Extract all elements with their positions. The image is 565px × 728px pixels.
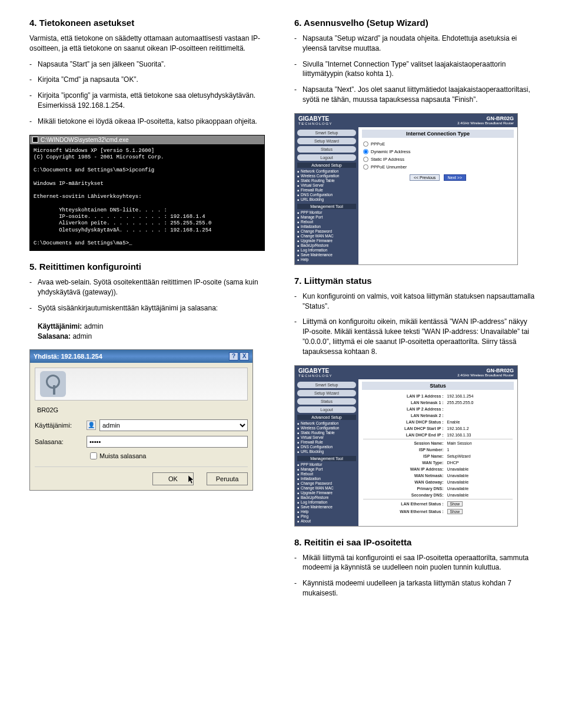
sidebar-status[interactable]: Status xyxy=(297,146,356,153)
cmd-body: Microsoft Windows XP [versio 5.1.2600] (… xyxy=(30,144,264,251)
sidebar-item[interactable]: Change WAN MAC xyxy=(297,234,356,239)
sidebar-item[interactable]: Help xyxy=(297,257,356,262)
password-label: Salasana: xyxy=(35,438,83,445)
status-table: LAN IP 1 Address :192.168.1.254 LAN Netm… xyxy=(362,392,514,516)
next-button[interactable]: Next >> xyxy=(444,174,467,181)
sidebar-logout[interactable]: Logout xyxy=(297,406,356,413)
sidebar-item[interactable]: Upgrade Firmware xyxy=(297,491,356,495)
table-row: LAN IP 2 Address : xyxy=(363,406,513,412)
sidebar-item[interactable]: About xyxy=(297,519,356,524)
sidebar-item[interactable]: BackUp/Restore xyxy=(297,495,356,500)
sidebar-item[interactable]: Log Information xyxy=(297,248,356,253)
list-item: Avaa web-selain. Syötä osoitekenttään re… xyxy=(29,277,271,297)
section7-title: 7. Liittymän status xyxy=(294,276,536,286)
sidebar-smart-setup[interactable]: Smart Setup xyxy=(297,382,356,388)
section8-list: Mikäli liittymä tai konfigurointi ei saa… xyxy=(294,553,536,598)
router-brand: GIGABYTE xyxy=(298,115,332,122)
sidebar-status[interactable]: Status xyxy=(297,398,356,405)
router-model: GN-BR02G xyxy=(457,115,514,121)
list-item: Syötä sisäänkirjautumiskenttään käyttäjä… xyxy=(29,303,271,313)
sidebar-item[interactable]: Manage Port xyxy=(297,215,356,220)
sidebar-item[interactable]: Reboot xyxy=(297,220,356,224)
sidebar-smart-setup[interactable]: Smart Setup xyxy=(297,130,356,136)
sidebar-item[interactable]: Virtual Server xyxy=(297,435,356,440)
sidebar-item[interactable]: Ping xyxy=(297,514,356,519)
sidebar-item[interactable]: DNS Configuration xyxy=(297,445,356,449)
sidebar-item[interactable]: Static Routing Table xyxy=(297,431,356,435)
cred-user-label: Käyttäjänimi: xyxy=(38,322,82,330)
radio-dynamic-ip[interactable] xyxy=(363,149,368,154)
prev-button[interactable]: << Previous xyxy=(410,174,440,181)
sidebar-adv-title: Advanced Setup xyxy=(297,163,356,168)
table-row: LAN DHCP Start IP :192.168.1.2 xyxy=(363,426,513,431)
sidebar-logout[interactable]: Logout xyxy=(297,154,356,161)
table-row: Session Name:Main Session xyxy=(363,439,513,446)
sidebar-item[interactable]: Virtual Server xyxy=(297,183,356,188)
sidebar-item[interactable]: PPP Monitor xyxy=(297,462,356,467)
sidebar-item[interactable]: Network Configuration xyxy=(297,421,356,426)
sidebar-item[interactable]: Initialization xyxy=(297,476,356,481)
sidebar-item[interactable]: Manage Port xyxy=(297,467,356,472)
sidebar-item[interactable]: Wireless Configuration xyxy=(297,174,356,178)
sidebar-item[interactable]: Initialization xyxy=(297,224,356,229)
sidebar-item[interactable]: DNS Configuration xyxy=(297,193,356,197)
section6-list: Napsauta ”Setup wizard” ja noudata ohjei… xyxy=(294,34,536,105)
remember-checkbox[interactable] xyxy=(90,452,97,459)
show-button[interactable]: Show xyxy=(447,501,463,507)
list-item: Käynnistä modeemi uudelleen ja tarkasta … xyxy=(294,578,536,598)
sidebar-item[interactable]: Network Configuration xyxy=(297,169,356,174)
sidebar-item[interactable]: BackUp/Restore xyxy=(297,243,356,248)
radio-pppoe-unnumber[interactable] xyxy=(363,164,368,170)
sidebar-item[interactable]: URL Blocking xyxy=(297,197,356,202)
table-row: LAN DHCP Status :Enable xyxy=(363,419,513,425)
table-row: LAN DHCP End IP :192.168.1.33 xyxy=(363,432,513,438)
table-row: LAN Netmask 2 : xyxy=(363,413,513,418)
sidebar-item[interactable]: Static Routing Table xyxy=(297,178,356,183)
router-sidebar: Smart Setup Setup Wizard Status Logout A… xyxy=(295,379,358,526)
list-item: Sivulla ”Internet Connection Type” valit… xyxy=(294,59,536,80)
sidebar-item[interactable]: PPP Monitor xyxy=(297,210,356,215)
cmd-titlebar: C:\WINDOWS\system32\cmd.exe xyxy=(30,135,264,144)
radio-static-ip[interactable] xyxy=(363,157,368,162)
sidebar-item[interactable]: Reboot xyxy=(297,472,356,476)
sidebar-item[interactable]: Log Information xyxy=(297,500,356,505)
sidebar-item[interactable]: Firewall Rule xyxy=(297,440,356,445)
help-button[interactable]: ? xyxy=(229,352,238,360)
list-item: Kirjoita ”Cmd” ja napsauta ”OK”. xyxy=(29,75,271,85)
router-brand-sub: T E C H N O L O G Y xyxy=(298,122,332,125)
list-item: Kirjoita ”ipconfig” ja varmista, että ti… xyxy=(29,91,271,111)
router-model-sub: 2.4GHz Wireless Broadband Router xyxy=(457,373,514,377)
sidebar-item[interactable]: Help xyxy=(297,509,356,514)
username-label: Käyttäjänimi: xyxy=(35,422,83,429)
list-item: Napsauta ”Setup wizard” ja noudata ohjei… xyxy=(294,34,536,54)
panel-title: Internet Connection Type xyxy=(362,130,514,138)
login-realm: BR02G xyxy=(35,406,248,413)
sidebar-item[interactable]: Change Password xyxy=(297,229,356,234)
sidebar-item[interactable]: Change Password xyxy=(297,481,356,486)
section4-list: Napsauta ”Start” ja sen jälkeen ”Suorita… xyxy=(29,59,271,127)
sidebar-item[interactable]: Upgrade Firmware xyxy=(297,239,356,243)
sidebar-item[interactable]: Wireless Configuration xyxy=(297,426,356,431)
router-model-sub: 2.4GHz Wireless Broadband Router xyxy=(457,121,514,125)
router-brand-sub: T E C H N O L O G Y xyxy=(298,374,332,378)
sidebar-setup-wizard[interactable]: Setup Wizard xyxy=(297,390,356,396)
close-button[interactable]: X xyxy=(240,352,249,360)
table-row: LAN Netmask 1 :255.255.255.0 xyxy=(363,400,513,405)
sidebar-item[interactable]: Save Maintenance xyxy=(297,253,356,257)
sidebar-setup-wizard[interactable]: Setup Wizard xyxy=(297,138,356,144)
section4-intro: Varmista, että tietokone on säädetty ott… xyxy=(29,34,271,54)
username-field[interactable]: admin xyxy=(99,419,248,431)
section7-list: Kun konfigurointi on valmis, voit katsoa… xyxy=(294,292,536,357)
list-item: Kun konfigurointi on valmis, voit katsoa… xyxy=(294,292,536,312)
user-icon: 👤 xyxy=(87,421,96,430)
table-row: Primary DNS:Unavailable xyxy=(363,486,513,491)
password-field[interactable] xyxy=(87,436,248,448)
cancel-button[interactable]: Peruuta xyxy=(207,472,248,485)
radio-pppoe[interactable] xyxy=(363,141,368,147)
show-button[interactable]: Show xyxy=(447,509,463,514)
ok-button[interactable]: OK xyxy=(152,472,194,485)
sidebar-item[interactable]: Firewall Rule xyxy=(297,188,356,193)
sidebar-item[interactable]: Change WAN MAC xyxy=(297,486,356,491)
sidebar-item[interactable]: URL Blocking xyxy=(297,449,356,454)
sidebar-item[interactable]: Save Maintenance xyxy=(297,505,356,509)
